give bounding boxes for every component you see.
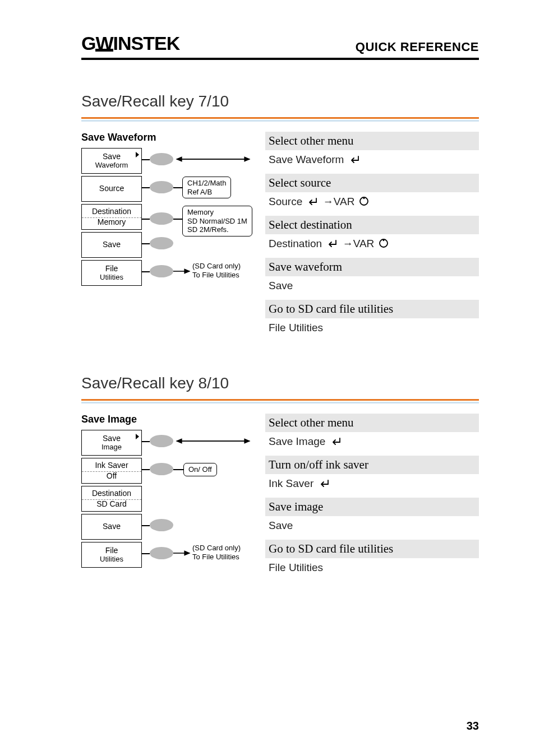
menu-destination: Destination SD Card <box>81 486 142 512</box>
enter-icon <box>318 479 330 488</box>
section-8: Save/Recall key 8/10 Save Image Save Ima… <box>81 374 479 582</box>
step-heading: Select other menu <box>265 414 479 432</box>
diagram-title: Save Waveform <box>81 132 255 143</box>
menu-label: Destination <box>82 207 141 217</box>
diagram-8: Save Image Save Image Ink Saver Off Dest… <box>81 414 255 576</box>
step-text: Ink Saver <box>269 477 313 489</box>
step-action: Source →VAR <box>265 192 479 216</box>
side-box-source-opts: CH1/2/Math Ref A/B <box>182 177 231 198</box>
knob-icon <box>150 547 173 559</box>
side-text-line: (SD Card only) <box>192 544 241 553</box>
step-action: Ink Saver <box>265 474 479 498</box>
step-heading: Save image <box>265 498 479 516</box>
menu-source: Source <box>81 176 142 202</box>
step-action: Save <box>265 516 479 540</box>
knob-icon <box>150 435 173 447</box>
rule-blue <box>81 120 479 122</box>
menu-save-image: Save Image <box>81 430 142 456</box>
step-text: Save Image <box>269 435 325 447</box>
step-text: Destination <box>269 238 322 249</box>
menu-label: File <box>105 265 118 273</box>
step-action: File Utilities <box>265 318 479 342</box>
enter-icon <box>326 239 338 248</box>
page-number: 33 <box>467 720 479 732</box>
side-box-line: Memory <box>187 208 247 217</box>
menu-label: Image <box>102 443 122 451</box>
knob-icon <box>150 212 173 225</box>
step-heading: Save waveform <box>265 258 479 276</box>
side-text-sd: (SD Card only) To File Utilities <box>192 262 241 280</box>
step-action: Save Image <box>265 432 479 456</box>
menu-label: Save <box>103 152 121 161</box>
menu-label: Save <box>103 240 121 249</box>
menu-label: Source <box>99 184 124 193</box>
menu-label: Save <box>103 434 121 443</box>
side-box-line: SD 2M/Refs. <box>187 225 247 234</box>
brand-logo: GWINSTEK <box>81 33 179 54</box>
rule-orange <box>81 399 479 401</box>
rule-blue <box>81 402 479 403</box>
step-heading: Select source <box>265 174 479 192</box>
menu-label: Utilities <box>100 273 123 281</box>
knob-icon <box>150 181 173 193</box>
side-box-line: CH1/2/Math <box>187 179 226 188</box>
diagram-title: Save Image <box>81 414 255 425</box>
steps-7: Select other menu Save Waveform Select s… <box>265 132 479 342</box>
step-heading: Select other menu <box>265 132 479 150</box>
menu-label: Off <box>107 472 117 480</box>
side-box-line: Ref A/B <box>187 188 226 197</box>
menu-label: Waveform <box>95 161 128 169</box>
side-text-line: To File Utilities <box>192 271 241 280</box>
side-box-line: SD Normal/SD 1M <box>187 217 247 226</box>
menu-destination: Destination Memory <box>81 204 142 230</box>
menu-save-waveform: Save Waveform <box>81 148 142 174</box>
side-box-line: On/ Off <box>188 465 212 474</box>
menu-arrow-icon <box>136 152 139 157</box>
menu-file-utilities: File Utilities <box>81 542 142 568</box>
step-text: →VAR <box>323 196 355 207</box>
step-heading: Go to SD card file utilities <box>265 300 479 318</box>
side-box-dest-opts: Memory SD Normal/SD 1M SD 2M/Refs. <box>182 206 252 236</box>
diagram-7: Save Waveform Save Waveform Source Desti… <box>81 132 255 294</box>
menu-ink-saver: Ink Saver Off <box>81 458 142 484</box>
knob-icon <box>150 463 173 475</box>
enter-icon <box>348 155 361 164</box>
menu-label: Destination <box>82 489 141 499</box>
step-text: Source <box>269 196 302 207</box>
menu-label: SD Card <box>96 500 127 508</box>
rule-orange <box>81 117 479 119</box>
menu-label: Save <box>103 522 121 531</box>
side-text-sd: (SD Card only) To File Utilities <box>192 544 241 562</box>
var-knob-icon <box>359 196 369 206</box>
side-text-line: To File Utilities <box>192 553 241 562</box>
menu-arrow-icon <box>136 434 139 439</box>
step-text: →VAR <box>343 238 375 249</box>
enter-icon <box>330 437 342 446</box>
menu-label: Memory <box>98 218 126 226</box>
menu-file-utilities: File Utilities <box>81 260 142 286</box>
knob-icon <box>150 237 173 249</box>
menu-save: Save <box>81 514 142 540</box>
side-text-line: (SD Card only) <box>192 262 241 271</box>
steps-8: Select other menu Save Image Turn on/off… <box>265 414 479 582</box>
section-title: Save/Recall key 7/10 <box>81 92 479 110</box>
step-heading: Select destination <box>265 216 479 234</box>
header-title: QUICK REFERENCE <box>356 40 479 54</box>
step-action: Destination →VAR <box>265 234 479 258</box>
section-title: Save/Recall key 8/10 <box>81 374 479 392</box>
enter-icon <box>306 197 319 206</box>
step-heading: Turn on/off ink saver <box>265 456 479 474</box>
knob-icon <box>150 265 173 277</box>
svg-point-4 <box>363 198 365 200</box>
knob-icon <box>150 153 173 165</box>
step-action: File Utilities <box>265 558 479 582</box>
menu-save: Save <box>81 232 142 258</box>
step-action: Save <box>265 276 479 300</box>
svg-point-6 <box>382 240 384 242</box>
var-knob-icon <box>379 238 389 248</box>
section-7: Save/Recall key 7/10 Save Waveform Save … <box>81 92 479 342</box>
menu-label: Ink Saver <box>82 461 141 471</box>
menu-label: Utilities <box>100 555 123 563</box>
menu-label: File <box>105 546 118 555</box>
knob-icon <box>150 519 173 531</box>
